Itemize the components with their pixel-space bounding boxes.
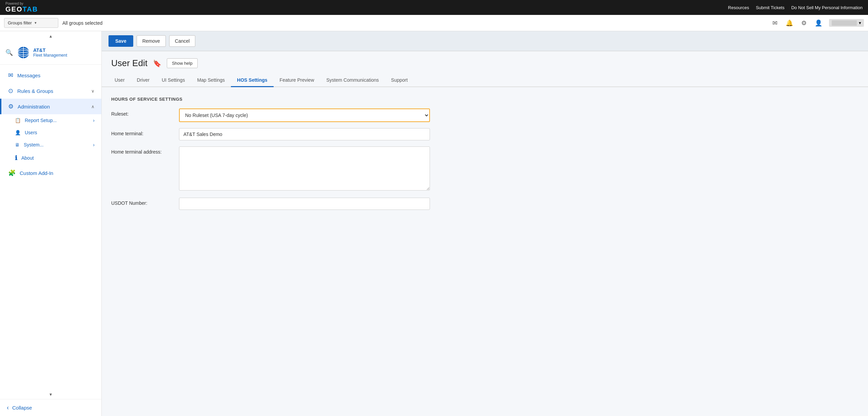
company-name: AT&T Fleet Management	[33, 47, 67, 58]
home-terminal-address-label: Home terminal address:	[111, 146, 179, 155]
do-not-sell-link[interactable]: Do Not Sell My Personal Information	[791, 5, 863, 10]
sidebar-item-rules-groups[interactable]: ⊙ Rules & Groups ∨	[0, 83, 101, 99]
submit-tickets-link[interactable]: Submit Tickets	[756, 5, 785, 10]
company-logo: AT&T Fleet Management	[17, 46, 67, 59]
users-icon: 👤	[15, 130, 21, 135]
collapse-chevron-icon: ‹	[7, 404, 9, 411]
tab-driver[interactable]: Driver	[131, 74, 156, 87]
tab-hos-settings[interactable]: HOS Settings	[231, 74, 273, 87]
ruleset-control: No Ruleset (USA 7-day cycle) USA 7-day c…	[179, 108, 430, 122]
custom-addon-icon: 🧩	[8, 169, 16, 177]
logo-area: Powered by GEOTAB	[5, 2, 38, 13]
sidebar-item-label-users: Users	[25, 130, 37, 135]
user-menu[interactable]: ████████ ▾	[829, 19, 864, 27]
sidebar-scroll-down[interactable]: ▾	[0, 390, 101, 399]
usdot-control	[179, 198, 430, 210]
form-row-usdot: USDOT Number:	[111, 198, 859, 210]
att-logo-icon	[17, 46, 30, 59]
form-row-ruleset: Ruleset: No Ruleset (USA 7-day cycle) US…	[111, 108, 859, 122]
save-button[interactable]: Save	[108, 35, 133, 47]
mail-icon-button[interactable]: ✉	[771, 18, 779, 28]
home-terminal-address-textarea[interactable]	[179, 146, 430, 191]
sidebar-item-system[interactable]: 🖥 System... ›	[0, 139, 101, 151]
administration-icon: ⚙	[8, 103, 14, 110]
toolbar: Save Remove Cancel	[102, 31, 868, 51]
tab-system-communications[interactable]: System Communications	[320, 74, 385, 87]
remove-button[interactable]: Remove	[137, 35, 166, 47]
top-bar-links: Resources Submit Tickets Do Not Sell My …	[728, 5, 863, 10]
main-layout: ▴ 🔍 AT&T Fleet Management	[0, 31, 868, 416]
form-row-home-terminal-address: Home terminal address:	[111, 146, 859, 192]
sidebar-nav: ✉ Messages ⊙ Rules & Groups ∨ ⚙ Administ…	[0, 65, 101, 390]
rules-groups-icon: ⊙	[8, 87, 13, 95]
groups-selected-value: All groups selected	[62, 20, 102, 26]
report-setup-chevron-icon: ›	[93, 118, 95, 123]
sidebar-item-label-administration: Administration	[18, 104, 50, 110]
sidebar: ▴ 🔍 AT&T Fleet Management	[0, 31, 102, 416]
home-terminal-input[interactable]	[179, 128, 430, 140]
sidebar-collapse-button[interactable]: ‹ Collapse	[0, 399, 101, 416]
sidebar-item-label-report-setup: Report Setup...	[25, 118, 57, 123]
page-title: User Edit	[111, 58, 147, 68]
sidebar-item-messages[interactable]: ✉ Messages	[0, 67, 101, 83]
sidebar-item-about[interactable]: ℹ About	[0, 151, 101, 165]
tab-user[interactable]: User	[108, 74, 131, 87]
tab-map-settings[interactable]: Map Settings	[191, 74, 231, 87]
content-area: Save Remove Cancel User Edit 🔖 Show help…	[102, 31, 868, 416]
sidebar-scroll-up[interactable]: ▴	[0, 31, 101, 41]
tabs-bar: User Driver UI Settings Map Settings HOS…	[102, 74, 868, 87]
tab-feature-preview[interactable]: Feature Preview	[274, 74, 320, 87]
sidebar-item-label-about: About	[21, 155, 34, 161]
settings-icon-button[interactable]: ⚙	[800, 18, 808, 28]
search-icon-button[interactable]: 🔍	[5, 49, 13, 56]
ruleset-select[interactable]: No Ruleset (USA 7-day cycle) USA 7-day c…	[179, 108, 430, 122]
system-icon: 🖥	[15, 142, 20, 147]
groups-filter-chevron-icon: ▾	[35, 21, 37, 25]
page-header: User Edit 🔖 Show help	[102, 51, 868, 71]
home-terminal-label: Home terminal:	[111, 128, 179, 136]
sidebar-item-administration[interactable]: ⚙ Administration ∧	[0, 99, 101, 114]
bookmark-icon[interactable]: 🔖	[153, 59, 161, 67]
system-chevron-icon: ›	[93, 142, 95, 147]
form-area: HOURS OF SERVICE SETTINGS Ruleset: No Ru…	[102, 87, 868, 416]
tab-support[interactable]: Support	[385, 74, 414, 87]
user-menu-chevron-icon: ▾	[859, 20, 861, 25]
groups-filter-button[interactable]: Groups filter ▾	[4, 18, 58, 28]
user-name: ████████	[832, 20, 857, 25]
administration-chevron-icon: ∧	[91, 104, 95, 109]
sidebar-item-label-custom-addon: Custom Add-In	[20, 170, 53, 176]
tab-ui-settings[interactable]: UI Settings	[156, 74, 191, 87]
usdot-label: USDOT Number:	[111, 198, 179, 206]
sidebar-item-label-messages: Messages	[17, 73, 40, 78]
sidebar-item-label-rules-groups: Rules & Groups	[17, 88, 53, 94]
about-icon: ℹ	[15, 154, 17, 162]
geotab-logo: GEOTAB	[5, 5, 38, 13]
home-terminal-address-control	[179, 146, 430, 192]
top-bar: Powered by GEOTAB Resources Submit Ticke…	[0, 0, 868, 15]
groups-filter-label: Groups filter	[8, 20, 32, 25]
person-icon-button[interactable]: 👤	[813, 18, 824, 28]
cancel-button[interactable]: Cancel	[169, 35, 196, 47]
messages-icon: ✉	[8, 72, 13, 79]
sidebar-item-label-system: System...	[24, 142, 43, 147]
form-row-home-terminal: Home terminal:	[111, 128, 859, 140]
section-title: HOURS OF SERVICE SETTINGS	[111, 97, 859, 102]
rules-groups-chevron-icon: ∨	[91, 88, 95, 94]
sidebar-item-users[interactable]: 👤 Users	[0, 126, 101, 139]
resources-link[interactable]: Resources	[728, 5, 749, 10]
groups-bar-right: ✉ 🔔 ⚙ 👤 ████████ ▾	[771, 18, 864, 28]
powered-by-text: Powered by GEOTAB	[5, 2, 38, 13]
sidebar-header: 🔍 AT&T Fleet Management	[0, 41, 101, 65]
collapse-label: Collapse	[12, 405, 32, 411]
sidebar-item-report-setup[interactable]: 📋 Report Setup... ›	[0, 114, 101, 126]
sidebar-item-custom-addon[interactable]: 🧩 Custom Add-In	[0, 165, 101, 181]
bell-icon-button[interactable]: 🔔	[784, 18, 794, 28]
report-setup-icon: 📋	[15, 118, 21, 123]
ruleset-label: Ruleset:	[111, 108, 179, 117]
home-terminal-control	[179, 128, 430, 140]
groups-bar: Groups filter ▾ All groups selected ✉ 🔔 …	[0, 15, 868, 31]
usdot-input[interactable]	[179, 198, 430, 210]
show-help-button[interactable]: Show help	[167, 58, 198, 68]
